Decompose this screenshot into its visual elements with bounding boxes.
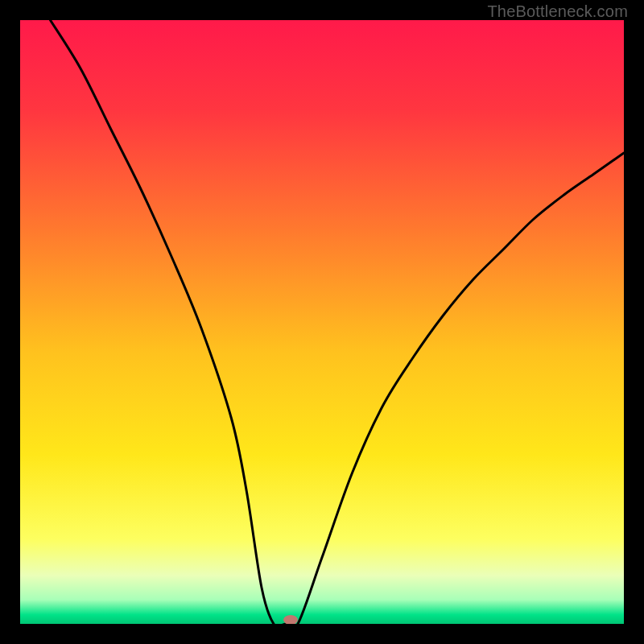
watermark-text: TheBottleneck.com [487,2,628,21]
gradient-background [20,20,624,624]
plot-area [20,20,624,624]
plot-svg [20,20,624,624]
chart-frame: TheBottleneck.com [0,0,644,644]
